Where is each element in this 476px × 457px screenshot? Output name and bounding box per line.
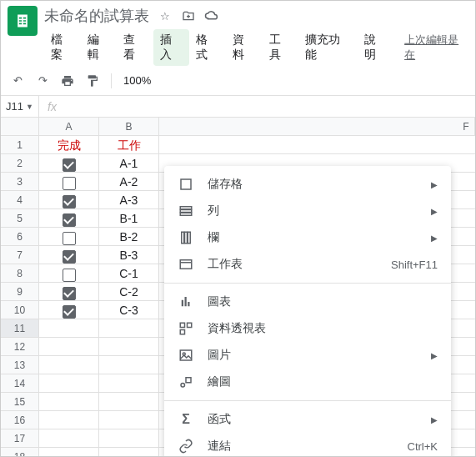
cell[interactable] bbox=[39, 301, 99, 319]
cell[interactable] bbox=[99, 356, 159, 374]
cell[interactable]: 完成 bbox=[39, 136, 99, 153]
move-icon[interactable] bbox=[181, 8, 196, 23]
cell[interactable] bbox=[39, 374, 99, 392]
row-header[interactable]: 4 bbox=[1, 191, 39, 208]
star-icon[interactable]: ☆ bbox=[158, 8, 173, 23]
checkbox-cell[interactable] bbox=[63, 250, 76, 264]
checkbox-cell[interactable] bbox=[63, 287, 76, 300]
cloud-icon[interactable] bbox=[204, 8, 219, 23]
menu-資料[interactable]: 資料 bbox=[226, 29, 263, 66]
column-header-f[interactable]: F bbox=[458, 118, 475, 135]
menu-item-drawing[interactable]: 繪圖 bbox=[164, 369, 451, 395]
row-header[interactable]: 16 bbox=[1, 411, 39, 429]
cell[interactable]: B-1 bbox=[99, 209, 159, 227]
menu-編輯[interactable]: 編輯 bbox=[81, 29, 118, 66]
cell[interactable] bbox=[99, 448, 159, 457]
row-header[interactable]: 17 bbox=[1, 429, 39, 447]
column-header-b[interactable]: B bbox=[99, 118, 159, 135]
cell[interactable] bbox=[99, 374, 159, 392]
cell[interactable]: C-1 bbox=[99, 264, 159, 282]
row-header[interactable]: 9 bbox=[1, 283, 39, 300]
row-header[interactable]: 3 bbox=[1, 173, 39, 190]
row-header[interactable]: 15 bbox=[1, 393, 39, 410]
cell[interactable] bbox=[39, 338, 99, 355]
row-header[interactable]: 5 bbox=[1, 209, 39, 227]
checkbox-cell[interactable] bbox=[63, 195, 76, 208]
row-header[interactable]: 13 bbox=[1, 356, 39, 374]
cell[interactable]: B-2 bbox=[99, 228, 159, 245]
checkbox-cell[interactable] bbox=[63, 213, 76, 227]
cell[interactable] bbox=[39, 173, 99, 190]
row-header[interactable]: 1 bbox=[1, 136, 39, 153]
cell[interactable]: C-3 bbox=[99, 301, 159, 319]
paintformat-button[interactable] bbox=[83, 71, 103, 91]
doc-title[interactable]: 未命名的試算表 bbox=[44, 6, 149, 26]
select-all-corner[interactable] bbox=[1, 118, 39, 135]
cell[interactable]: 工作 bbox=[99, 136, 159, 153]
menu-item-cell[interactable]: 儲存格▶ bbox=[164, 171, 451, 198]
menu-item-link[interactable]: 連結Ctrl+K bbox=[164, 433, 451, 457]
menu-插入[interactable]: 插入 bbox=[153, 29, 190, 66]
sheets-logo[interactable] bbox=[8, 6, 38, 36]
spreadsheet-grid[interactable]: A B F 1完成工作2A-13A-24A-35B-16B-27B-38C-19… bbox=[1, 118, 475, 457]
menu-item-image[interactable]: 圖片▶ bbox=[164, 342, 451, 369]
formula-bar[interactable] bbox=[65, 96, 475, 117]
menu-格式[interactable]: 格式 bbox=[189, 29, 226, 66]
column-header-a[interactable]: A bbox=[39, 118, 99, 135]
checkbox-cell[interactable] bbox=[63, 305, 76, 319]
row-header[interactable]: 2 bbox=[1, 154, 39, 172]
checkbox-cell[interactable] bbox=[63, 232, 76, 245]
row-header[interactable]: 7 bbox=[1, 246, 39, 264]
cell[interactable] bbox=[39, 209, 99, 227]
row-header[interactable]: 14 bbox=[1, 374, 39, 392]
cell[interactable] bbox=[39, 411, 99, 429]
cell[interactable] bbox=[39, 154, 99, 172]
cell[interactable] bbox=[39, 319, 99, 337]
cell[interactable] bbox=[99, 338, 159, 355]
cell[interactable] bbox=[39, 393, 99, 410]
menu-item-chart[interactable]: 圖表 bbox=[164, 289, 451, 315]
checkbox-cell[interactable] bbox=[63, 269, 76, 282]
menu-item-function[interactable]: Σ函式▶ bbox=[164, 406, 451, 433]
row-header[interactable]: 11 bbox=[1, 319, 39, 337]
menu-item-cols[interactable]: 欄▶ bbox=[164, 224, 451, 251]
row-header[interactable]: 8 bbox=[1, 264, 39, 282]
checkbox-cell[interactable] bbox=[63, 158, 76, 172]
cell[interactable]: B-3 bbox=[99, 246, 159, 264]
cell[interactable] bbox=[99, 429, 159, 447]
menu-item-sheet[interactable]: 工作表Shift+F11 bbox=[164, 251, 451, 278]
cell[interactable]: A-1 bbox=[99, 154, 159, 172]
menu-item-pivot[interactable]: 資料透視表 bbox=[164, 315, 451, 342]
print-button[interactable] bbox=[58, 71, 78, 91]
menu-item-rows[interactable]: 列▶ bbox=[164, 198, 451, 224]
row-header[interactable]: 10 bbox=[1, 301, 39, 319]
menu-說明[interactable]: 說明 bbox=[358, 29, 394, 66]
cell[interactable] bbox=[99, 411, 159, 429]
undo-button[interactable]: ↶ bbox=[8, 71, 28, 91]
cell[interactable] bbox=[39, 191, 99, 208]
redo-button[interactable]: ↷ bbox=[33, 71, 53, 91]
cell[interactable] bbox=[99, 319, 159, 337]
menu-查看[interactable]: 查看 bbox=[117, 29, 153, 66]
cell[interactable] bbox=[99, 393, 159, 410]
menu-檔案[interactable]: 檔案 bbox=[44, 29, 81, 66]
cell[interactable]: C-2 bbox=[99, 283, 159, 300]
cell[interactable] bbox=[39, 448, 99, 457]
menu-擴充功能[interactable]: 擴充功能 bbox=[298, 29, 358, 66]
checkbox-cell[interactable] bbox=[63, 177, 76, 190]
cell[interactable] bbox=[39, 283, 99, 300]
cell[interactable] bbox=[39, 228, 99, 245]
row-header[interactable]: 12 bbox=[1, 338, 39, 355]
row-header[interactable]: 6 bbox=[1, 228, 39, 245]
cell[interactable] bbox=[39, 264, 99, 282]
last-edit-link[interactable]: 上次編輯是在 bbox=[404, 33, 468, 63]
zoom-select[interactable]: 100% bbox=[120, 74, 154, 87]
name-box[interactable]: J11▼ bbox=[1, 96, 39, 117]
menu-工具[interactable]: 工具 bbox=[263, 29, 299, 66]
row-header[interactable]: 18 bbox=[1, 448, 39, 457]
cell[interactable] bbox=[39, 356, 99, 374]
cell[interactable]: A-2 bbox=[99, 173, 159, 190]
cell[interactable] bbox=[39, 429, 99, 447]
cell[interactable]: A-3 bbox=[99, 191, 159, 208]
cell[interactable] bbox=[39, 246, 99, 264]
